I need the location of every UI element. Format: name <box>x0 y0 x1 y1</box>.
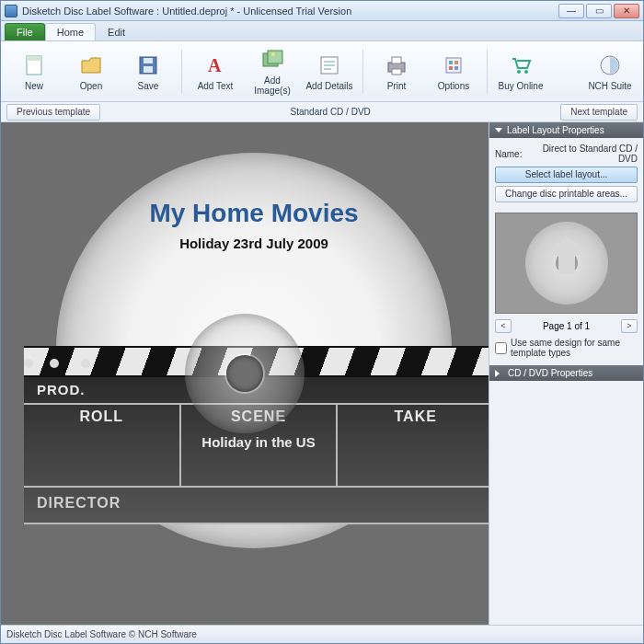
chevron-down-icon <box>495 128 502 132</box>
svg-text:A: A <box>208 55 222 75</box>
app-window: Disketch Disc Label Software : Untitled.… <box>0 0 644 644</box>
status-text: Disketch Disc Label Software © NCH Softw… <box>6 629 197 639</box>
disc-subtitle: Holiday 23rd July 2009 <box>56 236 452 251</box>
use-same-design-checkbox[interactable] <box>495 342 507 354</box>
page-navigation: < Page 1 of 1 > <box>489 317 643 335</box>
select-layout-button[interactable]: Select label layout... <box>495 167 638 183</box>
title-bar: Disketch Disc Label Software : Untitled.… <box>1 1 643 21</box>
menu-file[interactable]: File <box>5 23 45 40</box>
clap-director-label: DIRECTOR <box>24 488 133 523</box>
clap-scene-value: Holiday in the US <box>187 434 331 450</box>
svg-rect-20 <box>454 66 458 70</box>
maximize-button[interactable]: ▭ <box>586 4 612 18</box>
add-text-button[interactable]: A Add Text <box>188 45 243 98</box>
chevron-right-icon <box>495 370 503 377</box>
layout-properties-body: Name: Direct to Standard CD / DVD Select… <box>489 138 643 209</box>
new-button[interactable]: New <box>6 45 62 98</box>
svg-rect-17 <box>449 61 453 64</box>
svg-point-21 <box>517 70 521 74</box>
separator <box>181 50 182 94</box>
menu-tabs: File Home Edit <box>1 21 643 41</box>
cd-dvd-properties-header[interactable]: CD / DVD Properties <box>489 365 643 381</box>
save-button[interactable]: Save <box>121 45 176 98</box>
options-icon <box>441 52 466 78</box>
details-icon <box>316 52 342 78</box>
prev-template-button[interactable]: Previous template <box>6 104 100 121</box>
svg-rect-18 <box>454 61 458 64</box>
svg-rect-7 <box>268 51 282 63</box>
print-icon <box>384 52 409 78</box>
add-images-button[interactable]: Add Image(s) <box>245 45 300 98</box>
close-button[interactable]: ✕ <box>614 4 639 18</box>
properties-panel: Label Layout Properties Name: Direct to … <box>489 122 643 625</box>
layout-preview <box>495 213 638 314</box>
separator <box>362 50 363 94</box>
template-title: Standard CD / DVD <box>100 107 560 117</box>
images-icon <box>259 47 285 73</box>
svg-rect-1 <box>27 56 41 61</box>
page-indicator: Page 1 of 1 <box>543 321 590 331</box>
main-area: My Home Movies Holiday 23rd July 2009 PR… <box>1 122 643 625</box>
new-icon <box>21 52 47 78</box>
canvas-area[interactable]: My Home Movies Holiday 23rd July 2009 PR… <box>1 122 489 625</box>
clap-roll-label: ROLL <box>29 408 174 425</box>
svg-rect-3 <box>144 58 153 63</box>
svg-rect-15 <box>392 69 401 75</box>
window-title: Disketch Disc Label Software : Untitled.… <box>22 6 558 17</box>
save-icon <box>135 52 161 78</box>
options-button[interactable]: Options <box>426 45 481 98</box>
svg-point-8 <box>271 52 275 56</box>
canvas: My Home Movies Holiday 23rd July 2009 PR… <box>1 122 489 625</box>
suite-icon <box>597 52 623 78</box>
buy-online-button[interactable]: Buy Online <box>493 45 548 98</box>
svg-rect-14 <box>392 57 401 63</box>
disc-hole <box>226 355 263 392</box>
cart-icon <box>508 52 534 78</box>
clap-take-label: TAKE <box>343 408 488 425</box>
menu-home[interactable]: Home <box>45 23 96 40</box>
up-arrow-icon <box>550 236 583 256</box>
layout-properties-header[interactable]: Label Layout Properties <box>489 122 643 138</box>
print-button[interactable]: Print <box>369 45 424 98</box>
app-icon <box>5 5 17 17</box>
clap-prod-label: PROD. <box>24 377 98 403</box>
use-same-design-row[interactable]: Use same design for same template types <box>489 335 643 363</box>
svg-rect-4 <box>144 66 153 73</box>
page-prev-button[interactable]: < <box>495 319 512 333</box>
disc-text-block[interactable]: My Home Movies Holiday 23rd July 2009 <box>56 199 452 251</box>
name-label: Name: <box>495 149 530 159</box>
window-buttons: — ▭ ✕ <box>558 4 639 18</box>
name-value: Direct to Standard CD / DVD <box>530 144 638 164</box>
up-arrow-stem <box>558 254 575 274</box>
use-same-design-label: Use same design for same template types <box>511 338 638 358</box>
svg-point-22 <box>524 70 528 74</box>
status-bar: Disketch Disc Label Software © NCH Softw… <box>1 625 643 643</box>
menu-edit[interactable]: Edit <box>96 23 137 40</box>
svg-rect-16 <box>446 58 461 73</box>
open-icon <box>78 52 104 78</box>
ribbon-toolbar: New Open Save A Add Text Add Image(s) Ad… <box>1 41 643 102</box>
next-template-button[interactable]: Next template <box>560 104 638 121</box>
page-next-button[interactable]: > <box>621 319 638 333</box>
disc-title: My Home Movies <box>56 199 452 228</box>
separator <box>487 50 488 94</box>
minimize-button[interactable]: — <box>558 4 584 18</box>
text-icon: A <box>202 52 228 78</box>
nch-suite-button[interactable]: NCH Suite <box>582 45 638 98</box>
open-button[interactable]: Open <box>63 45 119 98</box>
change-printable-areas-button[interactable]: Change disc printable areas... <box>495 186 638 202</box>
add-details-button[interactable]: Add Details <box>302 45 357 98</box>
svg-rect-19 <box>449 66 453 70</box>
template-bar: Previous template Standard CD / DVD Next… <box>1 102 643 122</box>
